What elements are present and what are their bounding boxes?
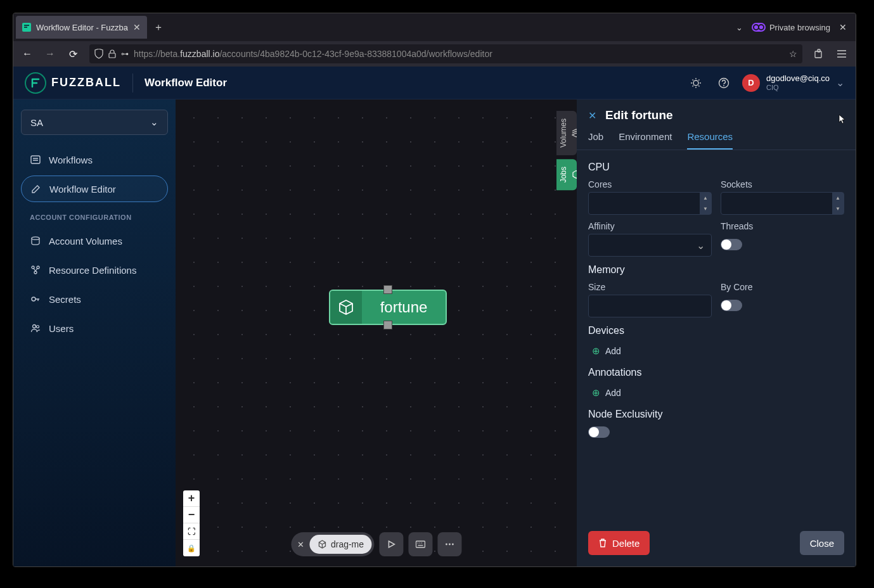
zoom-in-button[interactable]: + bbox=[183, 490, 200, 507]
zoom-out-button[interactable]: − bbox=[183, 507, 200, 523]
sidebar-item-resource-definitions[interactable]: Resource Definitions bbox=[21, 257, 168, 283]
sidebar-item-secrets[interactable]: Secrets bbox=[21, 286, 168, 312]
input-sockets[interactable]: ▲▼ bbox=[721, 192, 844, 215]
list-icon bbox=[30, 154, 41, 165]
section-memory: Memory bbox=[588, 264, 844, 276]
tabs-chevron-icon[interactable]: ⌄ bbox=[736, 23, 743, 32]
close-icon[interactable]: ✕ bbox=[297, 540, 304, 549]
side-tab-jobs[interactable]: Jobs bbox=[556, 159, 577, 190]
url-text: https://beta.fuzzball.io/accounts/4ba982… bbox=[134, 49, 784, 59]
theme-toggle-icon[interactable] bbox=[686, 74, 705, 93]
svg-point-13 bbox=[33, 325, 36, 328]
input-cores[interactable]: ▲▼ bbox=[588, 192, 712, 215]
edit-icon bbox=[30, 183, 42, 195]
logo[interactable]: FUZZBALL bbox=[25, 72, 121, 94]
permissions-icon[interactable]: ⊶ bbox=[121, 49, 129, 58]
chevron-down-icon: ⌄ bbox=[150, 117, 158, 128]
reload-button[interactable]: ⟳ bbox=[63, 44, 83, 64]
private-label: Private browsing bbox=[769, 23, 830, 32]
tab-environment[interactable]: Environment bbox=[619, 131, 672, 150]
svg-point-8 bbox=[32, 237, 39, 240]
node-handle-bottom[interactable] bbox=[383, 321, 392, 329]
delete-button[interactable]: Delete bbox=[588, 531, 650, 555]
header-separator bbox=[132, 74, 133, 93]
cube-icon bbox=[317, 539, 327, 549]
menu-icon[interactable] bbox=[832, 44, 852, 64]
back-button[interactable]: ← bbox=[17, 44, 37, 64]
play-button[interactable] bbox=[379, 532, 403, 556]
plus-circle-icon: ⊕ bbox=[592, 387, 600, 399]
spin-up-icon[interactable]: ▲ bbox=[700, 193, 711, 203]
shield-icon[interactable] bbox=[94, 49, 103, 59]
canvas-grid bbox=[176, 99, 577, 566]
cube-icon bbox=[572, 170, 577, 179]
drag-chip[interactable]: drag-me bbox=[309, 535, 371, 554]
sidebar-item-label: Secrets bbox=[49, 294, 81, 305]
svg-point-17 bbox=[419, 542, 420, 543]
avatar: D bbox=[742, 74, 760, 92]
add-annotation-button[interactable]: ⊕ Add bbox=[588, 385, 844, 401]
user-menu[interactable]: D dgodlove@ciq.co CIQ ⌄ bbox=[742, 74, 844, 92]
side-tab-volumes[interactable]: Volumes bbox=[556, 111, 577, 155]
help-icon[interactable] bbox=[714, 74, 733, 93]
sidebar-item-label: Users bbox=[49, 323, 74, 334]
select-affinity[interactable]: ⌄ bbox=[588, 234, 712, 257]
svg-rect-15 bbox=[416, 541, 425, 547]
svg-rect-3 bbox=[818, 49, 820, 52]
spin-down-icon[interactable]: ▼ bbox=[700, 203, 711, 214]
node-handle-top[interactable] bbox=[383, 285, 392, 294]
toggle-threads[interactable] bbox=[721, 239, 742, 250]
close-tab-icon[interactable]: ✕ bbox=[133, 22, 141, 32]
browser-window: Workflow Editor - Fuzzba ✕ ＋ ⌄ Private b… bbox=[13, 13, 856, 567]
close-label: Close bbox=[810, 538, 834, 549]
extensions-icon[interactable] bbox=[809, 44, 829, 64]
sidebar-item-workflows[interactable]: Workflows bbox=[21, 146, 168, 173]
browser-tab[interactable]: Workflow Editor - Fuzzba ✕ bbox=[16, 16, 147, 39]
spin-up-icon[interactable]: ▲ bbox=[832, 193, 844, 203]
label-affinity: Affinity bbox=[588, 221, 712, 231]
url-bar[interactable]: ⊶ https://beta.fuzzball.io/accounts/4ba9… bbox=[89, 44, 802, 63]
app-body: SA ⌄ Workflows Workflow Editor ACCOUNT C… bbox=[13, 99, 856, 566]
forward-button: → bbox=[40, 44, 60, 64]
close-button[interactable]: Close bbox=[800, 531, 844, 555]
more-button[interactable] bbox=[437, 532, 461, 556]
toggle-bycore[interactable] bbox=[721, 300, 742, 311]
keyboard-button[interactable] bbox=[408, 532, 432, 556]
svg-rect-19 bbox=[418, 545, 423, 546]
org-selector[interactable]: SA ⌄ bbox=[21, 110, 168, 135]
sidebar-item-account-volumes[interactable]: Account Volumes bbox=[21, 227, 168, 254]
zoom-fit-button[interactable]: ⛶ bbox=[183, 523, 200, 540]
canvas[interactable]: fortune Volumes Jobs bbox=[176, 99, 577, 566]
tab-bar: Workflow Editor - Fuzzba ✕ ＋ ⌄ Private b… bbox=[13, 13, 856, 41]
new-tab-button[interactable]: ＋ bbox=[150, 18, 167, 36]
svg-rect-1 bbox=[109, 53, 115, 58]
svg-rect-7 bbox=[31, 156, 40, 163]
close-window-icon[interactable]: ✕ bbox=[839, 22, 847, 32]
panel-close-icon[interactable]: ✕ bbox=[588, 110, 596, 122]
sidebar-item-workflow-editor[interactable]: Workflow Editor bbox=[21, 176, 168, 202]
sidebar-item-label: Workflows bbox=[49, 155, 93, 165]
chevron-down-icon: ⌄ bbox=[836, 77, 844, 89]
chevron-down-icon: ⌄ bbox=[697, 240, 705, 252]
sidebar: SA ⌄ Workflows Workflow Editor ACCOUNT C… bbox=[13, 99, 176, 566]
cube-icon bbox=[330, 291, 362, 324]
input-size[interactable] bbox=[588, 295, 712, 317]
favicon-icon bbox=[22, 23, 31, 32]
label-size: Size bbox=[588, 282, 712, 292]
spin-down-icon[interactable]: ▼ bbox=[832, 203, 844, 214]
sidebar-item-users[interactable]: Users bbox=[21, 315, 168, 342]
tab-job[interactable]: Job bbox=[588, 131, 603, 150]
bookmark-icon[interactable]: ☆ bbox=[789, 49, 797, 59]
zoom-lock-button[interactable]: 🔒 bbox=[183, 540, 200, 556]
lock-icon[interactable] bbox=[108, 49, 116, 58]
side-tab-label: Jobs bbox=[559, 167, 568, 182]
users-icon bbox=[30, 323, 41, 334]
add-device-button[interactable]: ⊕ Add bbox=[588, 343, 844, 359]
add-label: Add bbox=[605, 346, 621, 356]
workflow-node-fortune[interactable]: fortune bbox=[329, 290, 447, 325]
toggle-node-exclusivity[interactable] bbox=[588, 426, 610, 438]
brand-text: FUZZBALL bbox=[51, 76, 121, 89]
label-sockets: Sockets bbox=[721, 179, 844, 189]
tab-resources[interactable]: Resources bbox=[687, 131, 733, 150]
svg-point-6 bbox=[723, 85, 724, 86]
